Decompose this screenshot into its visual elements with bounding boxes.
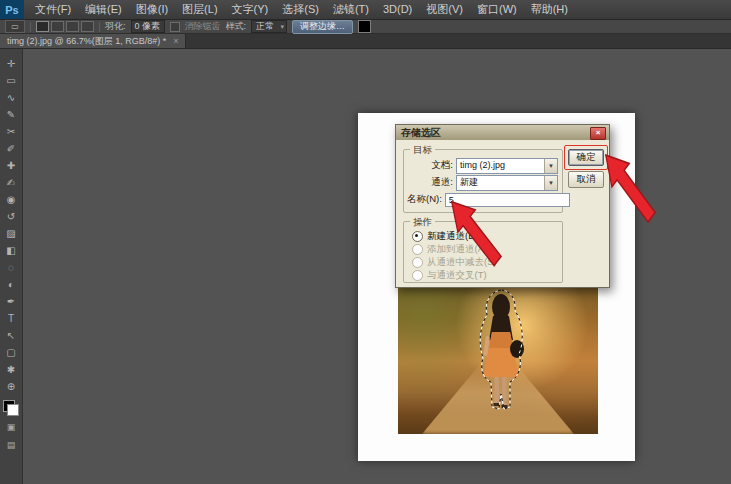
background-color-swatch[interactable] (7, 404, 19, 416)
style-dropdown[interactable]: 正常 (251, 20, 287, 33)
type-tool-icon[interactable]: T (0, 310, 22, 327)
history-brush-tool-icon[interactable]: ↺ (0, 208, 22, 225)
screen-mode-icon[interactable]: ▤ (0, 437, 22, 452)
antialias-label: 消除锯齿 (185, 20, 221, 33)
refine-edge-button[interactable]: 调整边缘… (292, 20, 353, 34)
dialog-close-button[interactable]: × (590, 127, 606, 140)
path-select-tool-icon[interactable]: ↖ (0, 327, 22, 344)
document-tab-bar: timg (2).jpg @ 66.7%(图层 1, RGB/8#) * × (0, 34, 731, 49)
document-tab-title: timg (2).jpg @ 66.7%(图层 1, RGB/8#) * (7, 35, 166, 48)
menu-item-2[interactable]: 编辑(E) (78, 0, 129, 19)
document-tab[interactable]: timg (2).jpg @ 66.7%(图层 1, RGB/8#) * × (0, 34, 186, 48)
document-dropdown[interactable]: timg (2).jpg ▼ (456, 158, 558, 174)
feather-label: 羽化: (105, 20, 126, 33)
photo-canvas[interactable] (398, 282, 598, 434)
quick-select-tool-icon[interactable]: ✎ (0, 106, 22, 123)
document-label: 文档: (407, 159, 456, 172)
radio-button (412, 244, 423, 255)
zoom-tool-icon[interactable]: ⊕ (0, 378, 22, 395)
pen-tool-icon[interactable]: ✒ (0, 293, 22, 310)
red-arrow-to-name-input (448, 197, 510, 277)
dialog-title: 存储选区 (401, 126, 441, 140)
lasso-tool-icon[interactable]: ∿ (0, 89, 22, 106)
crop-tool-icon[interactable]: ✂ (0, 123, 22, 140)
clone-stamp-tool-icon[interactable]: ◉ (0, 191, 22, 208)
channel-row: 通道: 新建 ▼ (407, 175, 558, 190)
intersect-selection-icon[interactable] (81, 21, 94, 32)
eraser-tool-icon[interactable]: ▨ (0, 225, 22, 242)
radio-button (412, 257, 423, 268)
gradient-tool-icon[interactable]: ◧ (0, 242, 22, 259)
dialog-title-bar[interactable]: 存储选区 (396, 125, 609, 140)
eyedropper-tool-icon[interactable]: ✐ (0, 140, 22, 157)
chevron-down-icon[interactable]: ▼ (544, 176, 557, 190)
tool-strip: ✛▭∿✎✂✐✚✍◉↺▨◧◌◐✒T↖▢✱⊕ ▣▤ (0, 49, 23, 484)
radio-button[interactable] (412, 231, 423, 242)
tools-container: ✛▭∿✎✂✐✚✍◉↺▨◧◌◐✒T↖▢✱⊕ (0, 55, 22, 395)
hand-tool-icon[interactable]: ✱ (0, 361, 22, 378)
channel-dropdown-value: 新建 (460, 177, 478, 187)
red-arrow-to-ok (602, 150, 664, 234)
marquee-tool-icon[interactable]: ▭ (0, 72, 22, 89)
destination-group-label: 目标 (410, 144, 435, 157)
menu-bar: Ps 文件(F)编辑(E)图像(I)图层(L)文字(Y)选择(S)滤镜(T)3D… (0, 0, 731, 20)
operation-group-label: 操作 (410, 216, 435, 229)
menu-item-4[interactable]: 图层(L) (175, 0, 224, 19)
menu-items: 文件(F)编辑(E)图像(I)图层(L)文字(Y)选择(S)滤镜(T)3D(D)… (28, 0, 575, 19)
subtract-selection-icon[interactable] (66, 21, 79, 32)
quick-mask-icon[interactable]: ▣ (0, 419, 22, 434)
menu-item-9[interactable]: 视图(V) (419, 0, 470, 19)
antialias-checkbox[interactable] (170, 22, 180, 32)
blur-tool-icon[interactable]: ◌ (0, 259, 22, 276)
menu-item-7[interactable]: 滤镜(T) (326, 0, 376, 19)
figure-with-selection (398, 282, 598, 434)
document-dropdown-value: timg (2).jpg (460, 160, 505, 170)
tab-close-icon[interactable]: × (173, 36, 178, 46)
ok-button[interactable]: 确定 (568, 149, 604, 166)
menu-item-5[interactable]: 文字(Y) (225, 0, 276, 19)
menu-item-11[interactable]: 帮助(H) (524, 0, 575, 19)
options-separator (99, 22, 100, 32)
dodge-tool-icon[interactable]: ◐ (0, 276, 22, 293)
radio-button (412, 270, 423, 281)
channel-dropdown[interactable]: 新建 ▼ (456, 175, 558, 191)
name-label: 名称(N): (407, 193, 445, 206)
options-separator (30, 22, 31, 32)
menu-item-3[interactable]: 图像(I) (129, 0, 175, 19)
photoshop-logo: Ps (0, 0, 24, 19)
chevron-down-icon[interactable]: ▼ (544, 159, 557, 173)
selection-mode-icons (36, 21, 94, 32)
options-bar: ▭ 羽化: 0 像素 消除锯齿 样式: 正常 调整边缘… (0, 20, 731, 34)
style-label: 样式: (226, 20, 247, 33)
color-swatches[interactable] (3, 400, 19, 416)
move-tool-icon[interactable]: ✛ (0, 55, 22, 72)
document-row: 文档: timg (2).jpg ▼ (407, 158, 558, 173)
strip-extras: ▣▤ (0, 416, 22, 452)
menu-item-8[interactable]: 3D(D) (376, 0, 419, 19)
menu-item-1[interactable]: 文件(F) (28, 0, 78, 19)
menu-item-6[interactable]: 选择(S) (275, 0, 326, 19)
shape-tool-icon[interactable]: ▢ (0, 344, 22, 361)
healing-brush-tool-icon[interactable]: ✚ (0, 157, 22, 174)
brush-tool-icon[interactable]: ✍ (0, 174, 22, 191)
feather-value-field[interactable]: 0 像素 (131, 20, 165, 33)
channel-label: 通道: (407, 176, 456, 189)
cancel-button[interactable]: 取消 (568, 171, 604, 188)
add-selection-icon[interactable] (51, 21, 64, 32)
menu-item-10[interactable]: 窗口(W) (470, 0, 524, 19)
color-swatch-icon[interactable] (358, 20, 371, 33)
new-selection-icon[interactable] (36, 21, 49, 32)
tool-preset-icon[interactable]: ▭ (5, 20, 25, 33)
